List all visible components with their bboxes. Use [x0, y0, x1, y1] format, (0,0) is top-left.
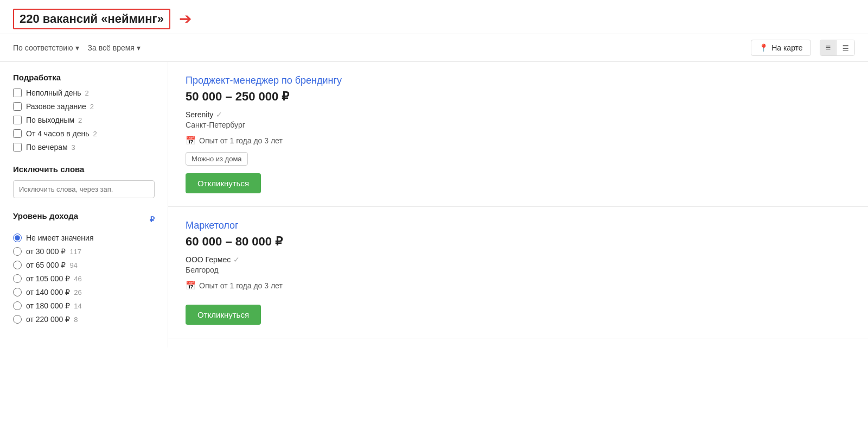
income-title: Уровень дохода	[13, 211, 78, 220]
view-list-compact-button[interactable]: ≡	[820, 40, 837, 55]
parttime-checkbox-4[interactable]	[13, 129, 22, 138]
title-area: 220 вакансий «нейминг» ➔	[13, 9, 192, 29]
job-tags-1: Можно из дома	[186, 152, 851, 166]
parttime-option-2[interactable]: Разовое задание 2	[13, 102, 155, 111]
job-title-1[interactable]: Проджект-менеджер по брендингу	[186, 75, 342, 86]
sort-bar: По соответствию ▾ За всё время ▾ 📍 На ка…	[0, 34, 868, 62]
verified-icon: ✓	[216, 110, 222, 119]
exclude-input[interactable]	[13, 180, 155, 198]
job-company-2: ООО Гермес ✓	[186, 255, 851, 264]
map-button[interactable]: 📍 На карте	[751, 40, 811, 56]
parttime-title: Подработка	[13, 73, 155, 82]
chevron-down-icon: ▾	[137, 43, 141, 52]
exclude-title: Исключить слова	[13, 165, 155, 174]
job-card-2: Маркетолог 60 000 – 80 000 ₽ ООО Гермес …	[168, 207, 868, 338]
income-radio-3[interactable]	[13, 274, 22, 283]
jobs-list: Проджект-менеджер по брендингу 50 000 – …	[168, 62, 868, 348]
parttime-option-3[interactable]: По выходным 2	[13, 116, 155, 124]
parttime-option-4[interactable]: От 4 часов в день 2	[13, 129, 155, 138]
income-radio-1[interactable]	[13, 247, 22, 256]
parttime-checkbox-5[interactable]	[13, 143, 22, 152]
income-radio-5[interactable]	[13, 301, 22, 310]
briefcase-icon-2: 📅	[186, 281, 196, 291]
income-currency[interactable]: ₽	[150, 215, 155, 224]
exclude-filter: Исключить слова	[13, 165, 155, 198]
job-experience-1: 📅 Опыт от 1 года до 3 лет	[186, 136, 851, 146]
job-tag: Можно из дома	[186, 152, 248, 166]
parttime-option-5[interactable]: По вечерам 3	[13, 143, 155, 152]
verified-icon-2: ✓	[233, 255, 240, 264]
parttime-checkbox-2[interactable]	[13, 102, 22, 111]
income-header: Уровень дохода ₽	[13, 211, 155, 227]
sidebar: Подработка Неполный день 2 Разовое задан…	[0, 62, 168, 348]
income-radio-0[interactable]	[13, 234, 22, 242]
sort-by-time[interactable]: За всё время ▾	[88, 43, 141, 52]
income-option-3[interactable]: от 105 000 ₽ 46	[13, 274, 155, 283]
page-title: 220 вакансий «нейминг»	[13, 9, 170, 29]
income-option-6[interactable]: от 220 000 ₽ 8	[13, 315, 155, 324]
job-company-1: Serenity ✓	[186, 110, 851, 119]
income-option-2[interactable]: от 65 000 ₽ 94	[13, 261, 155, 269]
income-option-0[interactable]: Не имеет значения	[13, 234, 155, 242]
income-radio-4[interactable]	[13, 288, 22, 296]
parttime-checkbox-1[interactable]	[13, 89, 22, 97]
income-option-1[interactable]: от 30 000 ₽ 117	[13, 247, 155, 256]
parttime-filter: Подработка Неполный день 2 Разовое задан…	[13, 73, 155, 152]
job-experience-2: 📅 Опыт от 1 года до 3 лет	[186, 281, 851, 291]
job-location-1: Санкт-Петербург	[186, 121, 851, 129]
view-toggle: ≡ ≣	[820, 40, 855, 56]
sort-by-relevance[interactable]: По соответствию ▾	[13, 43, 79, 52]
parttime-option-1[interactable]: Неполный день 2	[13, 89, 155, 97]
job-title-2[interactable]: Маркетолог	[186, 220, 239, 231]
income-radio-6[interactable]	[13, 315, 22, 324]
parttime-checkbox-3[interactable]	[13, 116, 22, 124]
job-location-2: Белгород	[186, 266, 851, 274]
respond-button-2[interactable]: Откликнуться	[186, 305, 261, 325]
respond-button-1[interactable]: Откликнуться	[186, 173, 261, 193]
briefcase-icon: 📅	[186, 136, 196, 146]
job-salary-1: 50 000 – 250 000 ₽	[186, 90, 851, 104]
pin-icon: 📍	[759, 43, 768, 52]
job-salary-2: 60 000 – 80 000 ₽	[186, 235, 851, 249]
arrow-icon: ➔	[179, 11, 192, 27]
income-radio-2[interactable]	[13, 261, 22, 269]
chevron-down-icon: ▾	[75, 43, 79, 52]
view-list-full-button[interactable]: ≣	[837, 40, 854, 55]
income-option-5[interactable]: от 180 000 ₽ 14	[13, 301, 155, 310]
main-layout: Подработка Неполный день 2 Разовое задан…	[0, 62, 868, 348]
job-card-1: Проджект-менеджер по брендингу 50 000 – …	[168, 62, 868, 207]
top-bar: 220 вакансий «нейминг» ➔	[0, 0, 868, 34]
income-filter: Уровень дохода ₽ Не имеет значения от 30…	[13, 211, 155, 324]
income-option-4[interactable]: от 140 000 ₽ 26	[13, 288, 155, 296]
